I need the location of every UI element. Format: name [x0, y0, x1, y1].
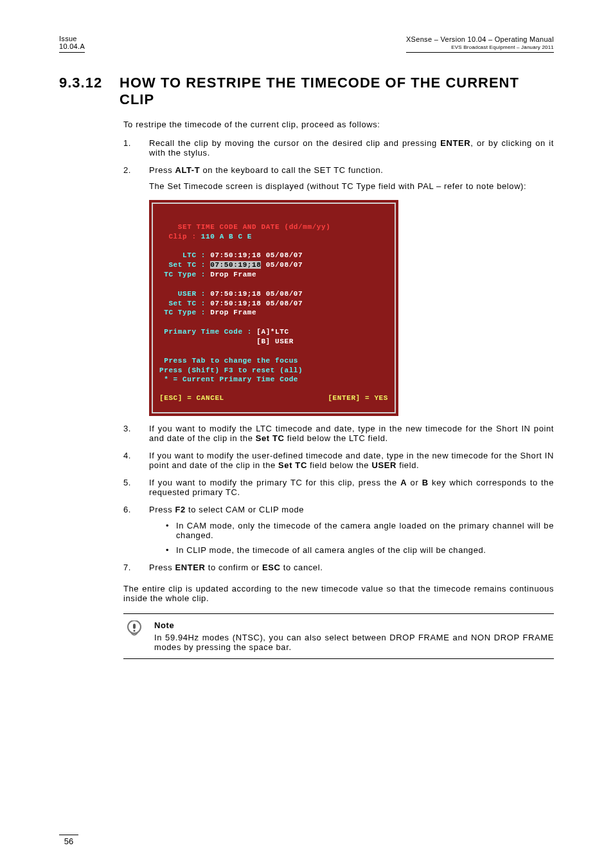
- step-3: 3. If you want to modify the LTC timecod…: [123, 424, 554, 443]
- step-number: 3.: [123, 424, 149, 443]
- screen-settc1-row: Set TC : 07:50:19;18 05/08/07: [159, 261, 303, 269]
- key-b: B: [422, 478, 429, 487]
- manual-title: XSense – Version 10.04 – Operating Manua…: [406, 35, 554, 43]
- note-label: Note: [154, 620, 554, 630]
- key-a: A: [400, 478, 407, 487]
- screen-ltc-row: LTC : 07:50:19;18 05/08/07: [159, 251, 303, 259]
- screen-enter: [ENTER] = YES: [328, 393, 388, 403]
- note-icon: [123, 620, 154, 652]
- page-header: Issue 10.04.A XSense – Version 10.04 – O…: [59, 35, 554, 53]
- step-number: 5.: [123, 478, 149, 497]
- screen-clip: Clip : 110 A B C E: [159, 233, 252, 240]
- key-alt-t: ALT-T: [175, 165, 200, 175]
- screen-settc2-row: Set TC : 07:50:19;18 05/08/07: [159, 300, 303, 307]
- step-number: 2.: [123, 165, 149, 416]
- step-6: 6. Press F2 to select CAM or CLIP mode •…: [123, 505, 554, 555]
- step-number: 7.: [123, 563, 149, 572]
- screen-tctype1-row: TC Type : Drop Frame: [159, 271, 256, 278]
- screen-title: SET TIME CODE AND DATE (dd/mm/yy): [159, 223, 330, 231]
- screen-user-row: USER : 07:50:19;18 05/08/07: [159, 290, 303, 298]
- intro-paragraph: To restripe the timecode of the current …: [123, 120, 554, 129]
- screen-help-3: * = Current Primary Time Code: [159, 375, 298, 383]
- note-text: In 59.94Hz modes (NTSC), you can also se…: [154, 633, 554, 652]
- step-6-bullet-clip: •In CLIP mode, the timecode of all camer…: [166, 545, 554, 555]
- key-f2: F2: [175, 505, 185, 514]
- screen-esc: [ESC] = CANCEL: [159, 393, 224, 403]
- section-heading: 9.3.12 HOW TO RESTRIPE THE TIMECODE OF T…: [59, 75, 554, 108]
- field-set-tc: Set TC: [278, 460, 307, 470]
- section-title: HOW TO RESTRIPE THE TIMECODE OF THE CURR…: [120, 75, 554, 108]
- step-number: 6.: [123, 505, 149, 555]
- note-block: Note In 59.94Hz modes (NTSC), you can al…: [123, 613, 554, 659]
- step-2: 2. Press ALT-T on the keyboard to call t…: [123, 165, 554, 416]
- key-esc: ESC: [262, 563, 281, 572]
- screen-tctype2-row: TC Type : Drop Frame: [159, 309, 256, 316]
- step-5: 5. If you want to modify the primary TC …: [123, 478, 554, 497]
- step-1: 1. Recall the clip by moving the cursor …: [123, 138, 554, 158]
- field-user: USER: [371, 460, 396, 470]
- step-4: 4. If you want to modify the user-define…: [123, 451, 554, 470]
- key-enter: ENTER: [440, 138, 470, 148]
- step-7: 7. Press ENTER to confirm or ESC to canc…: [123, 563, 554, 572]
- section-number: 9.3.12: [59, 75, 109, 108]
- issue-label: Issue: [59, 35, 85, 42]
- step-number: 1.: [123, 138, 149, 158]
- step-list: 1. Recall the clip by moving the cursor …: [123, 138, 554, 572]
- screen-help-2: Press (Shift) F3 to reset (all): [159, 366, 303, 374]
- step-number: 4.: [123, 451, 149, 470]
- screen-primary-row: Primary Time Code : [A]*LTC: [159, 328, 289, 336]
- page-number: 56: [59, 835, 78, 846]
- screen-help-1: Press Tab to change the focus: [159, 357, 298, 365]
- step-6-bullet-cam: •In CAM mode, only the timecode of the c…: [166, 521, 554, 540]
- key-enter: ENTER: [175, 563, 205, 572]
- svg-rect-1: [133, 624, 136, 629]
- set-tc-screen: SET TIME CODE AND DATE (dd/mm/yy) Clip :…: [149, 200, 398, 416]
- svg-point-2: [134, 630, 136, 632]
- field-set-tc: Set TC: [256, 433, 285, 443]
- step-2-followup: The Set Timecode screen is displayed (wi…: [149, 181, 554, 191]
- manual-subtitle: EVS Broadcast Equipment – January 2011: [406, 44, 554, 50]
- issue-value: 10.04.A: [59, 42, 85, 50]
- closing-paragraph: The entire clip is updated according to …: [123, 584, 554, 603]
- screen-primary-b: [B] USER: [159, 338, 294, 345]
